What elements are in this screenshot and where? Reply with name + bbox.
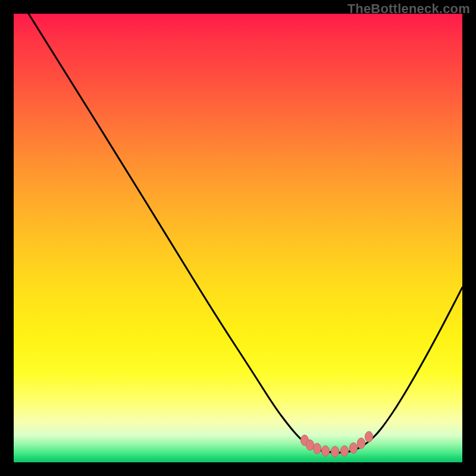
marker-dot [306, 440, 314, 450]
plot-area [14, 14, 462, 462]
marker-dot [331, 446, 339, 457]
chart-stage: TheBottleneck.com [0, 0, 476, 476]
bottleneck-curve [29, 14, 462, 453]
marker-dot [314, 443, 321, 454]
marker-dot [350, 443, 358, 453]
marker-dot [365, 431, 373, 442]
marker-dot [341, 446, 349, 456]
marker-dot [358, 438, 365, 449]
marker-dot [322, 446, 330, 456]
chart-overlay-svg [14, 14, 462, 462]
marker-group [301, 431, 373, 457]
watermark-label: TheBottleneck.com [347, 1, 470, 17]
